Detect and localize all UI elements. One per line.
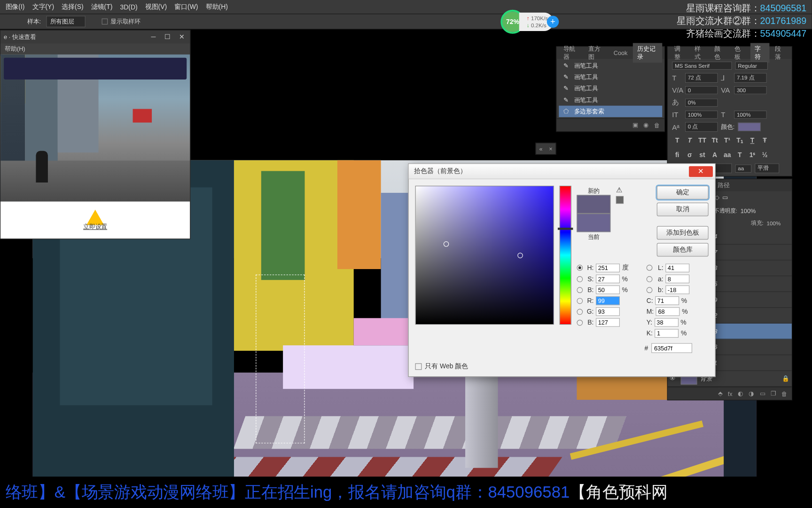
radio-bv[interactable] [577,319,583,325]
ok-button[interactable]: 确定 [657,186,709,199]
tab-adjust[interactable]: 调整 [670,43,689,63]
b-input[interactable] [596,286,620,294]
radio-r[interactable] [577,298,583,304]
smallcaps-button[interactable]: Tt [710,135,720,145]
leading-input[interactable]: 7.19 点 [734,73,766,83]
menu-type[interactable]: 文字(Y) [32,2,54,12]
lig-st-button[interactable]: st [697,150,707,159]
history-trash-icon[interactable]: 🗑 [654,122,660,128]
layer-group-icon[interactable]: ▭ [760,390,765,397]
filter-smart-icon[interactable]: ▭ [722,194,728,201]
ref-titlebar[interactable]: e · 快速查看 ─ ☐ ✕ [0,31,190,44]
strike-button[interactable]: Ŧ [760,135,770,145]
lig-1-button[interactable]: 1ˢ [747,150,757,159]
warning-link[interactable]: 立即设置 [83,223,107,231]
k-input[interactable] [655,329,679,338]
layer-new-icon[interactable]: ❐ [771,390,776,397]
font-family-dropdown[interactable]: MS Sans Serif [672,62,732,70]
italic-button[interactable]: T [685,135,695,145]
maximize-icon[interactable]: ☐ [163,33,172,41]
r-input[interactable] [596,296,620,305]
add-swatch-button[interactable]: 添加到色板 [657,226,709,240]
radio-s[interactable] [577,276,583,282]
hex-input[interactable] [651,343,692,353]
subscript-button[interactable]: T₁ [734,135,745,145]
menu-help[interactable]: 帮助(H) [206,2,228,12]
tab-paths[interactable]: 路径 [713,180,734,191]
y-input[interactable] [655,318,679,327]
layer-trash-icon[interactable]: 🗑 [781,390,788,397]
scale-input[interactable]: 0% [685,98,718,106]
add-button[interactable]: + [547,16,559,28]
show-ring-checkbox[interactable]: 显示取样环 [102,17,141,25]
ref-help-menu[interactable]: 帮助(H) [0,44,190,55]
opacity-input[interactable]: 100% [741,207,764,214]
picker-titlebar[interactable]: 拾色器（前景色） ✕ [409,164,715,179]
aa-dropdown[interactable]: aa [735,164,751,172]
minimize-icon[interactable]: ─ [148,33,158,41]
tab-color[interactable]: 颜色 [710,43,729,63]
mini-close-icon[interactable]: × [546,143,555,154]
menu-3d[interactable]: 3D(D) [120,3,138,10]
a-input[interactable] [665,275,689,284]
radio-b[interactable] [577,287,583,293]
m-input[interactable] [656,307,680,316]
tab-navigator[interactable]: 导航器 [559,43,583,63]
menu-image[interactable]: 图像(I) [6,2,25,12]
lig-o-button[interactable]: σ [685,150,695,159]
lab-b-input[interactable] [665,286,689,294]
lig-fi-button[interactable]: fi [672,150,682,159]
menu-select[interactable]: 选择(S) [62,2,83,12]
menu-filter[interactable]: 滤镜(T) [91,2,113,12]
history-item[interactable]: ✎画笔工具 [559,71,662,83]
tab-histogram[interactable]: 直方图 [584,43,608,63]
picker-close-button[interactable]: ✕ [689,166,713,177]
menu-window[interactable]: 窗口(W) [174,2,198,12]
fill-input[interactable]: 100% [767,220,790,226]
history-item[interactable]: ✎画笔工具 [559,94,662,105]
h-input[interactable] [596,263,620,272]
close-icon[interactable]: ✕ [177,33,187,41]
cancel-button[interactable]: 取消 [657,203,709,216]
tab-history[interactable]: 历史记录 [633,43,662,63]
layer-mask-icon[interactable]: ◐ [738,390,743,397]
font-size-input[interactable]: 72 点 [685,73,718,83]
radio-g[interactable] [577,309,583,315]
hue-slider[interactable] [559,186,571,325]
gamut-warning-icon[interactable]: ⚠ [616,186,624,194]
history-item[interactable]: ✎画笔工具 [559,83,662,94]
kerning-input[interactable]: 0 [685,86,718,94]
aa-mode-dropdown[interactable]: 平滑 [755,163,779,173]
l-input[interactable] [665,263,689,272]
menu-view[interactable]: 视图(V) [145,2,167,12]
radio-lab-b[interactable] [647,287,653,293]
mini-collapse-icon[interactable]: « [536,143,546,154]
layer-fx-icon[interactable]: fx [728,390,733,397]
history-snapshot-icon[interactable]: ▣ [632,121,638,128]
radio-h[interactable] [577,265,583,271]
webonly-checkbox[interactable] [415,363,422,370]
tab-character[interactable]: 字符 [750,43,770,63]
baseline-input[interactable]: 0 点 [685,122,718,132]
text-color-swatch[interactable] [738,123,761,132]
lig-t-button[interactable]: T [734,150,745,159]
current-color-swatch[interactable] [577,214,610,232]
superscript-button[interactable]: T¹ [722,135,733,145]
g-input[interactable] [596,307,620,316]
tracking-input[interactable]: 300 [734,86,766,94]
layer-adj-icon[interactable]: ◑ [749,390,754,397]
tab-style[interactable]: 样式 [690,43,709,63]
lig-ad-button[interactable]: aa [722,150,733,159]
history-camera-icon[interactable]: ◉ [643,121,649,128]
allcaps-button[interactable]: TT [697,135,707,145]
font-style-dropdown[interactable]: Regular [735,62,767,70]
bv-input[interactable] [596,318,620,327]
lig-a-button[interactable]: A [710,150,720,159]
tab-swatch[interactable]: 色板 [730,43,750,63]
color-field[interactable] [415,186,554,325]
sample-dropdown[interactable]: 所有图层 [47,16,86,27]
websafe-swatch[interactable] [616,196,624,204]
lig-half-button[interactable]: ½ [760,150,770,159]
underline-button[interactable]: T [747,135,757,145]
s-input[interactable] [596,275,620,284]
